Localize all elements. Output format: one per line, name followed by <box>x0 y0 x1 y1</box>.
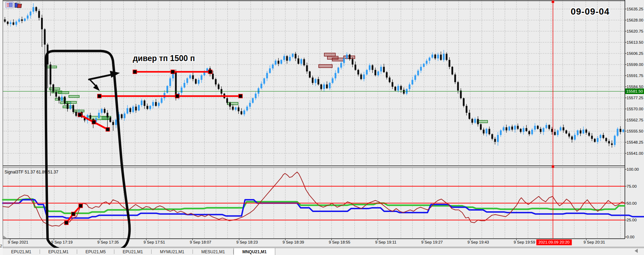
price-label: 15606.25 <box>627 51 643 56</box>
chart-canvas[interactable] <box>0 0 644 255</box>
time-label: 9 Sep 18:23 <box>236 240 258 244</box>
price-label: 15555.50 <box>627 129 643 133</box>
depth-of-market-icon[interactable] <box>6 2 14 8</box>
time-label: 9 Sep 20:31 <box>584 240 605 244</box>
tab-epu21-m1[interactable]: EPU21,M1 <box>114 248 151 255</box>
chart-tab-bar: EPU21,M1EPU21,M1EPU21,M5EPU21,M1MYMU21,M… <box>3 248 644 255</box>
price-label: 15591.75 <box>627 74 643 78</box>
crosshair-time-badge: 2021.09.09 20:20 <box>536 239 572 245</box>
price-label: 15577.25 <box>627 96 643 100</box>
indicator-values-label: Signal3TF 51.37 61.89 51.37 <box>5 170 58 175</box>
price-label: 15562.75 <box>627 118 643 122</box>
time-label: 9 Sep 19:59 <box>514 240 535 244</box>
trading-terminal-window: 2 09-09-04 дивер тп 1500 п Signal3TF 51.… <box>0 0 644 255</box>
chart-date-stamp: 09-09-04 <box>568 6 613 17</box>
crosshair-anchor <box>552 165 554 168</box>
time-label: 9 Sep 17:19 <box>51 240 73 244</box>
tab-mesu21-m1[interactable]: MESU21,M1 <box>193 248 233 255</box>
highlight-shape[interactable] <box>46 51 130 253</box>
arrow2-head <box>93 84 100 91</box>
time-label: 9 Sep 19:11 <box>375 240 396 244</box>
tab-epu21-m1[interactable]: EPU21,M1 <box>40 248 77 255</box>
current-price-badge: 15581.50 <box>625 88 644 94</box>
price-label: 15570.00 <box>627 107 643 111</box>
time-label: 9 Sep 17:35 <box>97 240 119 244</box>
time-label: 9 Sep 19:27 <box>421 240 443 244</box>
time-label: 9 Sep 18:39 <box>283 240 304 244</box>
arrow2-shaft[interactable] <box>90 80 96 86</box>
time-label: 9 Sep 2021 <box>8 240 28 244</box>
candlesticks <box>4 3 624 147</box>
price-label: 15541.00 <box>627 151 643 155</box>
chart-objects-icon[interactable] <box>15 2 22 7</box>
price-label: 15620.75 <box>627 29 643 33</box>
divergence-annotation: дивер тп 1500 п <box>133 54 195 63</box>
tab-epu21-m5[interactable]: EPU21,M5 <box>77 248 114 255</box>
indicator-level-label: 0.00 <box>627 235 634 239</box>
tab-scroll-left-icon[interactable] <box>635 249 638 253</box>
time-label: 9 Sep 18:55 <box>329 240 350 244</box>
tab-epu21-m1[interactable]: EPU21,M1 <box>3 248 40 255</box>
indicator-level-label: 75.00 <box>627 184 637 188</box>
price-label: 15599.00 <box>627 62 643 67</box>
time-label: 9 Sep 19:43 <box>467 240 489 244</box>
crosshair-anchor <box>552 1 554 3</box>
tab-mnqu21-m1[interactable]: MNQU21,M1 <box>234 248 275 255</box>
tab-mymu21-m1[interactable]: MYMU21,M1 <box>152 248 193 255</box>
indicator-level-label: 50.00 <box>627 201 637 205</box>
price-label: 15584.50 <box>627 85 643 89</box>
price-label: 15613.50 <box>627 40 643 44</box>
price-label: 15635.25 <box>627 7 643 11</box>
price-label: 15548.25 <box>627 140 643 144</box>
time-label: 9 Sep 18:07 <box>190 240 211 244</box>
indicator-level-label: 25.00 <box>627 218 637 222</box>
drawn-objects[interactable] <box>65 70 243 225</box>
indicator-level-label: 100.00 <box>627 167 639 171</box>
oscillator-lines <box>3 172 644 226</box>
oscillator-red-line <box>3 172 625 226</box>
panel-borders <box>3 0 644 247</box>
time-label: 9 Sep 17:51 <box>144 240 165 244</box>
price-label: 15628.00 <box>627 18 643 22</box>
